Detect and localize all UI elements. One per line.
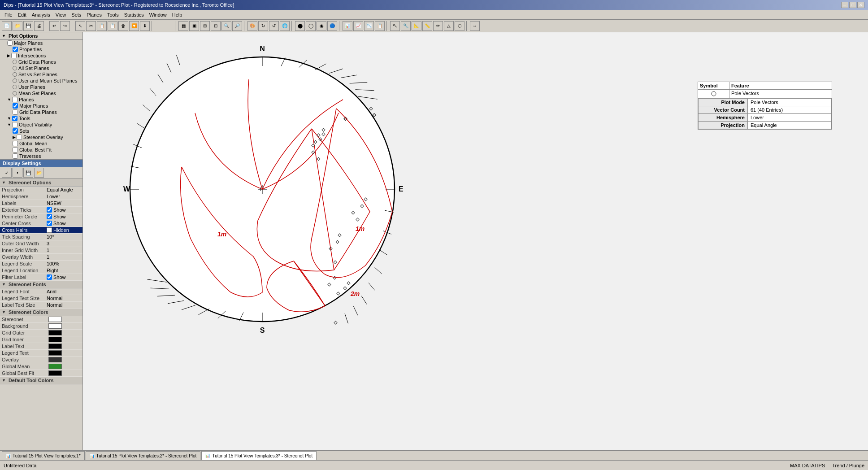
tree-user-mean-set[interactable]: User and Mean Set Planes [0, 78, 82, 84]
tool5-button[interactable]: ✏ [433, 21, 443, 31]
filter2-button[interactable]: ⬇ [140, 21, 150, 31]
ds-save-button[interactable]: 💾 [23, 168, 33, 178]
delete-button[interactable]: 🗑 [118, 21, 128, 31]
sn-color-box[interactable] [48, 317, 62, 322]
menu-view[interactable]: View [53, 11, 69, 18]
zoomout-button[interactable]: 🔎 [232, 21, 242, 31]
tree-global-mean[interactable]: Global Mean [0, 140, 82, 147]
menu-planes[interactable]: Planes [84, 11, 104, 18]
chart2-button[interactable]: 📈 [353, 21, 363, 31]
stereonet-options-section[interactable]: Stereonet Options [0, 179, 82, 187]
filter-button[interactable]: 🔽 [129, 21, 139, 31]
label-text-color-box[interactable] [48, 344, 62, 349]
globe-button[interactable]: 🌐 [280, 21, 290, 31]
global-mean-color-box[interactable] [48, 364, 62, 369]
tool2-button[interactable]: 🔧 [401, 21, 411, 31]
properties-check[interactable] [13, 47, 18, 52]
maximize-button[interactable]: □ [849, 2, 856, 8]
stereonet-colors-section[interactable]: Stereonet Colors [0, 309, 82, 316]
view3-button[interactable]: ⊞ [200, 21, 210, 31]
tree-major-planes[interactable]: Major Planes [0, 40, 82, 46]
stereonet-fonts-section[interactable]: Stereonet Fonts [0, 281, 82, 288]
chart4-button[interactable]: 📋 [375, 21, 385, 31]
tool1-button[interactable]: ⛏ [390, 21, 400, 31]
menu-window[interactable]: Window [147, 11, 169, 18]
cut-button[interactable]: ✂ [86, 21, 96, 31]
traverses-check[interactable] [13, 153, 18, 159]
grid-inner-color-box[interactable] [48, 337, 62, 342]
chart1-button[interactable]: 📊 [343, 21, 352, 31]
tree-all-set-planes[interactable]: All Set Planes [0, 65, 82, 71]
tab-2[interactable]: 📊 Tutorial 15 Plot View Templates:2* - S… [86, 451, 201, 460]
view2-button[interactable]: ▣ [189, 21, 199, 31]
cross-hairs-check[interactable] [47, 227, 52, 233]
tab-3[interactable]: 📊 Tutorial 15 Plot View Templates:3* - S… [201, 451, 317, 460]
global-best-fit-check[interactable] [13, 147, 18, 152]
tree-stereonet-overlay[interactable]: Stereonet Overlay [0, 134, 82, 140]
overlay-check[interactable] [17, 135, 22, 140]
legend-text-color-box[interactable] [48, 350, 62, 356]
redo-button[interactable]: ↪ [60, 21, 70, 31]
close-button[interactable]: ✕ [857, 2, 864, 8]
tree-grid-data-planes2[interactable]: Grid Data Planes [0, 109, 82, 115]
tree-sets[interactable]: Sets [0, 128, 82, 134]
ext-ticks-check[interactable] [47, 207, 52, 213]
new-button[interactable]: 📄 [2, 21, 12, 31]
title-bar-buttons[interactable]: ─ □ ✕ [841, 2, 864, 8]
ds-dot-button[interactable]: • [13, 168, 22, 178]
tree-major-planes2[interactable]: Major Planes [0, 103, 82, 109]
major-planes2-check[interactable] [13, 103, 18, 109]
save-button[interactable]: 💾 [23, 21, 33, 31]
tree-object-visibility[interactable]: Object Visibility [0, 122, 82, 128]
ds-check-button[interactable]: ✓ [2, 168, 12, 178]
color-button[interactable]: 🎨 [247, 21, 257, 31]
tools-check[interactable] [12, 116, 17, 121]
overlay-color-box[interactable] [48, 357, 62, 362]
major-planes-check[interactable] [7, 40, 13, 46]
global-best-fit-color-box[interactable] [48, 370, 62, 376]
sphere1-button[interactable]: ⬤ [295, 21, 305, 31]
tool3-button[interactable]: 📐 [412, 21, 421, 31]
view1-button[interactable]: ▦ [178, 21, 188, 31]
tool4-button[interactable]: 📏 [422, 21, 432, 31]
sphere3-button[interactable]: ◉ [317, 21, 326, 31]
filter-label-check[interactable] [47, 274, 52, 280]
minimize-button[interactable]: ─ [841, 2, 848, 8]
tool7-button[interactable]: ⬡ [455, 21, 464, 31]
global-mean-check[interactable] [13, 141, 18, 146]
planes-check[interactable] [12, 97, 17, 102]
sets-check[interactable] [13, 128, 18, 134]
tree-properties[interactable]: Properties [0, 46, 82, 52]
grid-outer-color-box[interactable] [48, 330, 62, 335]
intersections-check[interactable] [11, 53, 17, 58]
tree-mean-set-planes[interactable]: Mean Set Planes [0, 90, 82, 96]
menu-edit[interactable]: Edit [15, 11, 29, 18]
menu-sets[interactable]: Sets [69, 11, 84, 18]
tree-tools[interactable]: Tools [0, 115, 82, 122]
rotate2-button[interactable]: ↺ [269, 21, 279, 31]
menu-analysis[interactable]: Analysis [29, 11, 53, 18]
zoomin-button[interactable]: 🔍 [221, 21, 231, 31]
print-button[interactable]: 🖨 [34, 21, 44, 31]
sphere2-button[interactable]: ◯ [306, 21, 316, 31]
rotate1-button[interactable]: ↻ [258, 21, 268, 31]
grid-data-planes2-check[interactable] [13, 109, 18, 115]
paste-button[interactable]: 📋 [108, 21, 117, 31]
tab-1[interactable]: 📊 Tutorial 15 Plot View Templates:1* [2, 451, 85, 460]
menu-statistics[interactable]: Statistics [122, 11, 147, 18]
menu-tools[interactable]: Tools [104, 11, 122, 18]
tree-intersections[interactable]: Intersections [0, 52, 82, 59]
tree-user-planes[interactable]: User Planes [0, 84, 82, 90]
sphere4-button[interactable]: 🔵 [327, 21, 337, 31]
plot-options-header[interactable]: Plot Options [0, 32, 82, 40]
default-tool-colors-section[interactable]: Default Tool Colors [0, 377, 82, 384]
fit-button[interactable]: ⊡ [211, 21, 221, 31]
tool6-button[interactable]: △ [444, 21, 454, 31]
tree-grid-data-planes[interactable]: Grid Data Planes [0, 59, 82, 65]
prop-cross-hairs[interactable]: Cross Hairs Hidden [0, 227, 82, 234]
perim-check[interactable] [47, 214, 52, 219]
bg-color-box[interactable] [48, 323, 62, 329]
obj-vis-check[interactable] [12, 122, 17, 127]
menu-help[interactable]: Help [169, 11, 185, 18]
tree-set-vs-set[interactable]: Set vs Set Planes [0, 71, 82, 78]
